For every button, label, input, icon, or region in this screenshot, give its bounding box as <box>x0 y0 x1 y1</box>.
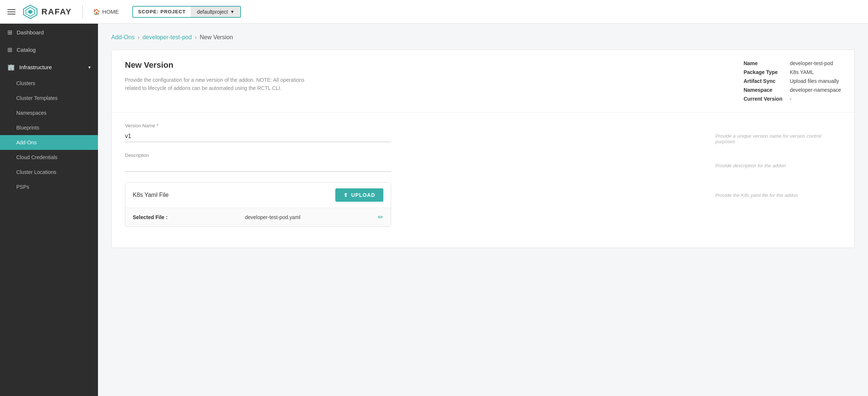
rafay-logo-icon <box>23 4 38 19</box>
file-selected-label: Selected File : <box>133 214 167 220</box>
app-body: ⊞ Dashboard ⊞ Catalog 🏢 Infrastructure ▾… <box>0 24 868 396</box>
sidebar-label-clusters: Clusters <box>16 80 35 86</box>
sidebar-label-blueprints: Blueprints <box>16 125 39 131</box>
home-icon: 🏠 <box>93 9 100 15</box>
card-meta: Name developer-test-pod Package Type K8s… <box>743 60 841 102</box>
description-input[interactable] <box>125 160 391 172</box>
upload-btn-label: UPLOAD <box>351 192 375 198</box>
file-upload-label: K8s Yaml File <box>133 192 169 198</box>
meta-current-version-value: - <box>790 96 841 102</box>
sidebar-label-dashboard: Dashboard <box>17 29 44 36</box>
card-title: New Version <box>125 60 721 70</box>
file-upload-row: K8s Yaml File ⬆ UPLOAD Selected File : d… <box>125 182 841 237</box>
breadcrumb: Add-Ons › developer-test-pod › New Versi… <box>111 34 855 41</box>
version-name-row: Version Name * Provide a unique version … <box>125 123 841 152</box>
home-label: HOME <box>102 9 119 15</box>
card-body: Version Name * Provide a unique version … <box>112 113 854 248</box>
catalog-icon: ⊞ <box>7 46 12 53</box>
sidebar-label-cluster-templates: Cluster Templates <box>16 95 58 101</box>
sidebar-item-psps[interactable]: PSPs <box>0 179 98 194</box>
sidebar-item-catalog[interactable]: ⊞ Catalog <box>0 41 98 58</box>
sidebar-item-namespaces[interactable]: Namespaces <box>0 105 98 120</box>
logo: RAFAY <box>23 4 72 19</box>
breadcrumb-sep2: › <box>195 34 197 41</box>
scope-project-button[interactable]: defaultproject ▼ <box>191 7 240 17</box>
card-left: New Version Provide the configuration fo… <box>125 60 721 102</box>
meta-artifact-sync-value: Upload files manually <box>790 78 841 84</box>
sidebar-item-cluster-locations[interactable]: Cluster Locations <box>0 165 98 179</box>
meta-name-label: Name <box>743 60 782 66</box>
version-name-label: Version Name * <box>125 123 701 128</box>
infrastructure-arrow: ▾ <box>88 65 91 70</box>
sidebar-item-clusters[interactable]: Clusters <box>0 76 98 91</box>
meta-name-value: developer-test-pod <box>790 60 841 66</box>
sidebar-label-infrastructure: Infrastructure <box>19 64 52 70</box>
description-group: Description <box>125 152 701 172</box>
sidebar-item-blueprints[interactable]: Blueprints <box>0 120 98 135</box>
header-divider <box>82 5 83 19</box>
sidebar-item-dashboard[interactable]: ⊞ Dashboard <box>0 24 98 41</box>
scope-selector: SCOPE: PROJECT defaultproject ▼ <box>132 6 241 18</box>
sidebar-label-namespaces: Namespaces <box>16 110 47 116</box>
card-header-section: New Version Provide the configuration fo… <box>112 50 854 113</box>
meta-artifact-sync-label: Artifact Sync <box>743 78 782 84</box>
version-name-group: Version Name * <box>125 123 701 142</box>
file-selected-row: Selected File : developer-test-pod.yaml … <box>125 208 391 226</box>
sidebar-item-cloud-credentials[interactable]: Cloud Credentials <box>0 150 98 165</box>
meta-package-type-label: Package Type <box>743 69 782 75</box>
main-card: New Version Provide the configuration fo… <box>111 50 855 248</box>
upload-icon: ⬆ <box>343 192 348 198</box>
hamburger-menu[interactable] <box>7 9 16 14</box>
version-name-input[interactable] <box>125 131 391 142</box>
edit-file-icon[interactable]: ✏ <box>378 213 383 221</box>
description-label: Description <box>125 152 701 158</box>
scope-arrow: ▼ <box>230 9 234 14</box>
dashboard-icon: ⊞ <box>7 29 12 36</box>
sidebar-label-addons: Add-Ons <box>16 140 37 145</box>
meta-current-version-label: Current Version <box>743 96 782 102</box>
meta-namespace-value: developer-namespace <box>790 87 841 93</box>
home-link[interactable]: 🏠 HOME <box>93 9 119 15</box>
header: RAFAY 🏠 HOME SCOPE: PROJECT defaultproje… <box>0 0 868 24</box>
version-name-hint: Provide a unique version name for versio… <box>715 123 841 144</box>
file-upload-hint: Provide the K8s yaml file for the addon <box>715 182 841 198</box>
upload-button[interactable]: ⬆ UPLOAD <box>335 188 383 202</box>
logo-text: RAFAY <box>41 7 72 17</box>
description-row: Description Provide description for the … <box>125 152 841 182</box>
meta-package-type-value: K8s YAML <box>790 69 841 75</box>
breadcrumb-addons-link[interactable]: Add-Ons <box>111 34 135 41</box>
file-upload-box: K8s Yaml File ⬆ UPLOAD Selected File : d… <box>125 182 391 227</box>
sidebar-item-cluster-templates[interactable]: Cluster Templates <box>0 91 98 105</box>
card-description: Provide the configuration for a new vers… <box>125 76 310 93</box>
sidebar-item-infrastructure[interactable]: 🏢 Infrastructure ▾ <box>0 58 98 76</box>
main-content: Add-Ons › developer-test-pod › New Versi… <box>98 24 868 396</box>
scope-project-name: defaultproject <box>197 9 228 15</box>
sidebar-label-cluster-locations: Cluster Locations <box>16 169 56 175</box>
description-hint: Provide description for the addon <box>715 152 841 168</box>
breadcrumb-current: New Version <box>200 34 233 41</box>
svg-marker-2 <box>28 10 33 14</box>
breadcrumb-sep1: › <box>138 34 139 41</box>
sidebar-label-catalog: Catalog <box>17 47 36 53</box>
file-selected-name: developer-test-pod.yaml <box>245 214 300 220</box>
sidebar-label-cloud-credentials: Cloud Credentials <box>16 154 57 160</box>
breadcrumb-addon-link[interactable]: developer-test-pod <box>142 34 191 41</box>
file-upload-group: K8s Yaml File ⬆ UPLOAD Selected File : d… <box>125 182 701 227</box>
sidebar-item-addons[interactable]: Add-Ons <box>0 135 98 150</box>
sidebar-label-psps: PSPs <box>16 184 29 190</box>
infrastructure-icon: 🏢 <box>7 64 15 71</box>
sidebar: ⊞ Dashboard ⊞ Catalog 🏢 Infrastructure ▾… <box>0 24 98 396</box>
scope-label: SCOPE: PROJECT <box>133 7 191 17</box>
meta-namespace-label: Namespace <box>743 87 782 93</box>
file-upload-header: K8s Yaml File ⬆ UPLOAD <box>125 182 391 208</box>
